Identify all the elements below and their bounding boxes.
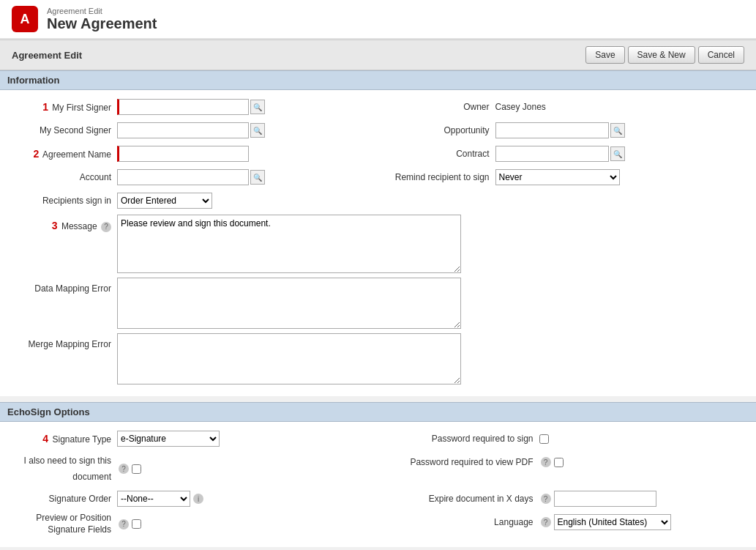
col-account: Account 🔍 — [0, 168, 378, 187]
message-field: Please review and sign this document. — [117, 215, 461, 273]
contract-input[interactable] — [495, 146, 609, 162]
logo-letter: A — [20, 12, 30, 27]
signature-order-select[interactable]: --None-- — [117, 491, 190, 507]
contract-field: 🔍 — [495, 146, 625, 162]
also-sign-checkbox[interactable] — [132, 464, 141, 474]
owner-value: Casey Jones — [495, 102, 546, 112]
col-preview: Preview or Position Signature Fields ? — [0, 513, 378, 535]
lookup-icon3: 🔍 — [613, 127, 622, 135]
col-contract: Contract 🔍 — [378, 144, 757, 163]
col-signature-type: 4 Signature Type e-Signature Fax Signatu… — [0, 429, 378, 448]
signature-type-field: e-Signature Fax Signature Written Signat… — [117, 431, 220, 447]
first-signer-label-text: My First Signer — [52, 103, 111, 113]
app-header: A Agreement Edit New Agreement — [0, 0, 756, 40]
top-save-button[interactable]: Save — [585, 46, 624, 64]
account-field: 🔍 — [117, 169, 265, 185]
language-info-icon[interactable]: ? — [541, 517, 551, 527]
merge-mapping-label: Merge Mapping Error — [0, 333, 117, 352]
app-header-text: Agreement Edit New Agreement — [47, 7, 157, 32]
preview-info-icon[interactable]: ? — [119, 519, 129, 529]
first-signer-label: 1 My First Signer — [0, 99, 117, 116]
col-language: Language ? English (United States) Frenc… — [378, 513, 757, 532]
step4-num: 4 — [42, 433, 48, 445]
col-data-mapping: Data Mapping Error — [0, 278, 461, 329]
col-second-signer: My Second Signer 🔍 — [0, 121, 378, 140]
col-expire: Expire document in X days ? — [378, 489, 757, 508]
top-bar-title: Agreement Edit — [12, 50, 82, 61]
preview-label-text: Preview or Position Signature Fields — [36, 513, 111, 535]
signature-order-field: --None-- i — [117, 491, 203, 507]
password-pdf-checkbox[interactable] — [554, 458, 564, 467]
opportunity-field: 🔍 — [495, 122, 625, 138]
col-remind: Remind recipient to sign Never Every Day… — [378, 168, 757, 187]
top-save-new-button[interactable]: Save & New — [628, 46, 695, 64]
language-label: Language — [378, 514, 539, 530]
message-label: 3 Message ? — [0, 215, 117, 234]
col-empty-data — [461, 278, 756, 297]
col-empty-merge — [461, 333, 756, 352]
lookup-icon: 🔍 — [253, 103, 262, 111]
col-first-signer: 1 My First Signer 🔍 — [0, 97, 378, 116]
second-signer-lookup-btn[interactable]: 🔍 — [250, 123, 265, 138]
first-signer-field: 🔍 — [117, 99, 265, 115]
agreement-name-input[interactable] — [117, 146, 249, 162]
first-signer-input[interactable] — [117, 99, 249, 115]
message-label-text: Message — [61, 221, 97, 231]
account-input[interactable] — [117, 169, 249, 185]
language-select[interactable]: English (United States) French German Sp… — [554, 514, 671, 530]
recipients-sign-field: Order Entered — [117, 193, 212, 209]
expire-info-icon[interactable]: ? — [541, 494, 551, 504]
col-password-sign: Password required to sign — [378, 429, 757, 448]
recipients-sign-select[interactable]: Order Entered — [117, 193, 212, 209]
contract-lookup-btn[interactable]: 🔍 — [610, 146, 625, 161]
lookup-icon2: 🔍 — [253, 127, 262, 135]
account-label: Account — [0, 169, 117, 185]
account-lookup-btn[interactable]: 🔍 — [250, 170, 265, 185]
step2-num: 2 — [33, 148, 39, 160]
remind-field: Never Every Day Every Week — [495, 169, 620, 185]
remind-select[interactable]: Never Every Day Every Week — [495, 169, 620, 185]
second-signer-input[interactable] — [117, 122, 249, 138]
col-owner: Owner Casey Jones — [378, 97, 757, 116]
step1-num: 1 — [42, 101, 48, 113]
second-signer-field: 🔍 — [117, 122, 265, 138]
message-textarea[interactable]: Please review and sign this document. — [117, 215, 461, 273]
data-mapping-label: Data Mapping Error — [0, 278, 117, 297]
col-message: 3 Message ? Please review and sign this … — [0, 215, 461, 273]
information-section: Information 1 My First Signer 🔍 Owner Ca… — [0, 70, 756, 396]
second-signer-label: My Second Signer — [0, 122, 117, 138]
password-sign-checkbox[interactable] — [539, 434, 549, 444]
top-cancel-button[interactable]: Cancel — [698, 46, 744, 64]
signature-type-select[interactable]: e-Signature Fax Signature Written Signat… — [117, 431, 220, 447]
also-sign-info-icon[interactable]: ? — [119, 464, 129, 474]
preview-checkbox[interactable] — [132, 519, 141, 529]
signature-type-label-text: Signature Type — [52, 434, 111, 445]
col-empty-remind — [378, 191, 757, 210]
remind-label: Remind recipient to sign — [378, 169, 495, 185]
row-first-signer: 1 My First Signer 🔍 Owner Casey Jones — [0, 97, 756, 116]
row-signature-order: Signature Order --None-- i Expire docume… — [0, 489, 756, 508]
signature-order-info-icon[interactable]: i — [193, 494, 203, 504]
first-signer-lookup-btn[interactable]: 🔍 — [250, 100, 265, 114]
information-header: Information — [0, 70, 756, 90]
col-recipients-sign: Recipients sign in Order Entered — [0, 191, 378, 210]
opportunity-label: Opportunity — [378, 122, 495, 138]
lookup-icon4: 🔍 — [613, 150, 622, 158]
row-merge-mapping: Merge Mapping Error — [0, 333, 756, 384]
expire-label: Expire document in X days — [378, 491, 539, 507]
signature-type-label: 4 Signature Type — [0, 431, 117, 447]
merge-mapping-textarea[interactable] — [117, 333, 461, 384]
echosign-form-body: 4 Signature Type e-Signature Fax Signatu… — [0, 422, 756, 547]
data-mapping-textarea[interactable] — [117, 278, 461, 329]
row-account: Account 🔍 Remind recipient to sign Never… — [0, 168, 756, 187]
row-agreement-name: 2 Agreement Name Contract 🔍 — [0, 144, 756, 163]
opportunity-input[interactable] — [495, 122, 609, 138]
top-section-bar: Agreement Edit Save Save & New Cancel — [0, 40, 756, 70]
also-sign-label: I also need to sign this document — [0, 453, 117, 485]
expire-days-input[interactable] — [554, 491, 656, 507]
message-info-icon[interactable]: ? — [101, 222, 111, 232]
lookup-icon5: 🔍 — [253, 174, 262, 182]
password-pdf-info-icon[interactable]: ? — [541, 457, 551, 467]
row-preview: Preview or Position Signature Fields ? L… — [0, 513, 756, 535]
opportunity-lookup-btn[interactable]: 🔍 — [610, 123, 625, 138]
